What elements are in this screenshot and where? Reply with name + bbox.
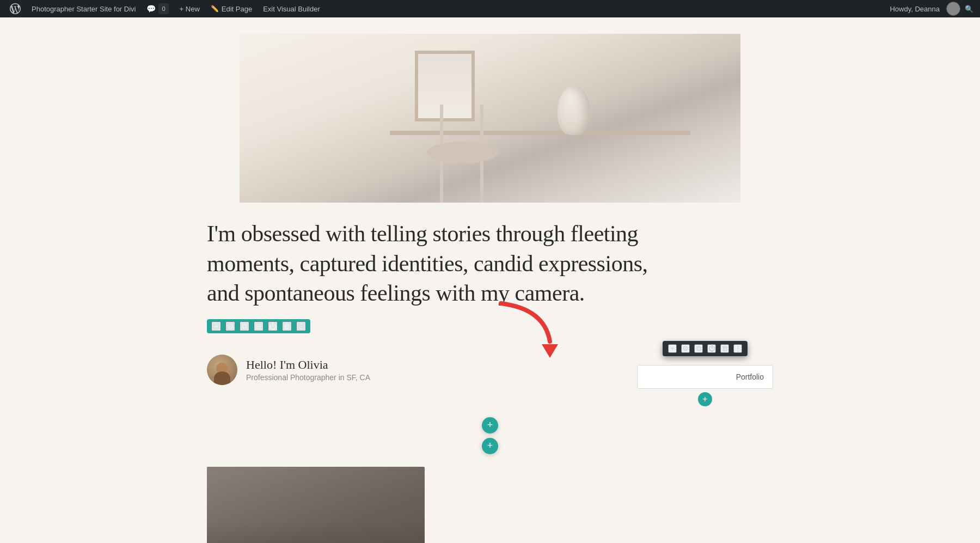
author-title: Professional Photographer in SF, CA bbox=[246, 373, 370, 382]
author-avatar bbox=[207, 355, 237, 385]
red-arrow-indicator bbox=[490, 298, 561, 371]
power-icon: ⏻ bbox=[269, 322, 277, 331]
trash-icon: 🗑 bbox=[283, 322, 291, 331]
edit-page-label: Edit Page bbox=[222, 5, 252, 13]
user-avatar bbox=[946, 2, 960, 16]
ftoolbar-power-icon: ⏻ bbox=[708, 344, 715, 352]
bottom-section: ••• bbox=[163, 467, 817, 543]
howdy-text: Howdy, Deanna bbox=[885, 5, 944, 13]
svg-marker-0 bbox=[542, 344, 558, 358]
toolbar-more-button[interactable]: ⋮ bbox=[296, 321, 306, 331]
portfolio-card: Portfolio bbox=[637, 365, 773, 389]
page-content: I'm obsessed with telling stories throug… bbox=[0, 17, 980, 543]
dark-toolbar-wrapper: + ⚙ ⧉ ⏻ 🗑 bbox=[637, 350, 773, 406]
add-section-area-2: + bbox=[207, 438, 773, 454]
divi-floating-toolbar[interactable]: + ⚙ ⧉ ⏻ 🗑 bbox=[663, 341, 748, 356]
wp-logo-icon bbox=[10, 3, 21, 14]
author-name: Hello! I'm Olivia bbox=[246, 358, 370, 372]
hero-section bbox=[0, 17, 980, 203]
pencil-icon: ✏️ bbox=[211, 5, 219, 13]
more-icon: ⋮ bbox=[297, 322, 305, 331]
exit-vb-label: Exit Visual Builder bbox=[263, 5, 320, 13]
new-label: + New bbox=[180, 5, 200, 13]
search-icon[interactable]: 🔍 bbox=[963, 3, 976, 15]
photo-background bbox=[240, 34, 740, 203]
settings-icon: ⚙ bbox=[227, 322, 234, 331]
author-row: Hello! I'm Olivia Professional Photograp… bbox=[207, 350, 773, 406]
module-add-button[interactable]: + bbox=[698, 392, 712, 406]
add-section-button-1[interactable]: + bbox=[482, 417, 498, 434]
copy-icon: ⧉ bbox=[242, 321, 247, 331]
author-info: Hello! I'm Olivia Professional Photograp… bbox=[246, 358, 370, 382]
module-add-icon: + bbox=[702, 394, 707, 404]
exit-vb-link[interactable]: Exit Visual Builder bbox=[258, 0, 326, 17]
toolbar-settings-button[interactable]: ⚙ bbox=[225, 321, 235, 331]
portfolio-row: Portfolio bbox=[637, 365, 773, 389]
comments-link[interactable]: 💬 0 bbox=[141, 0, 174, 17]
comment-icon: 💬 bbox=[146, 4, 156, 13]
site-name-text: Photographer Starter Site for Divi bbox=[32, 5, 136, 13]
photo-vase-decor bbox=[558, 86, 590, 135]
add-icon-1: + bbox=[487, 419, 493, 431]
tagline-text: I'm obsessed with telling stories throug… bbox=[207, 219, 675, 308]
hero-image bbox=[240, 34, 740, 203]
toolbar-delete-button[interactable]: 🗑 bbox=[282, 321, 292, 331]
add-icon-2: + bbox=[487, 440, 493, 452]
photo-shelf-decor bbox=[390, 131, 690, 135]
ftoolbar-power-button[interactable]: ⏻ bbox=[707, 344, 716, 353]
toolbar-grid-button[interactable]: ⊞ bbox=[254, 321, 264, 331]
ftoolbar-settings-button[interactable]: ⚙ bbox=[681, 344, 690, 353]
admin-bar: Photographer Starter Site for Divi 💬 0 +… bbox=[0, 0, 980, 17]
photo-chair-decor bbox=[440, 105, 483, 203]
portfolio-label: Portfolio bbox=[736, 373, 764, 381]
ftoolbar-copy-icon: ⧉ bbox=[696, 344, 701, 353]
red-arrow-svg bbox=[490, 298, 561, 369]
bottom-image-overlay bbox=[207, 467, 425, 543]
ftoolbar-copy-button[interactable]: ⧉ bbox=[694, 344, 703, 353]
bottom-image-card bbox=[207, 467, 425, 543]
toolbar-add-button[interactable]: + bbox=[211, 321, 221, 331]
right-module-area: + ⚙ ⧉ ⏻ 🗑 bbox=[370, 350, 773, 406]
author-section: Hello! I'm Olivia Professional Photograp… bbox=[207, 355, 370, 385]
toolbar-copy-button[interactable]: ⧉ bbox=[240, 321, 249, 331]
site-name-link[interactable]: Photographer Starter Site for Divi bbox=[26, 0, 141, 17]
ftoolbar-more-button[interactable]: ⋮ bbox=[733, 344, 742, 353]
wp-logo-link[interactable] bbox=[4, 0, 26, 17]
add-section-button-2[interactable]: + bbox=[482, 438, 498, 454]
add-icon: + bbox=[214, 322, 218, 331]
new-link[interactable]: + New bbox=[174, 0, 205, 17]
divi-module-toolbar[interactable]: + ⚙ ⧉ ⊞ ⏻ 🗑 ⋮ bbox=[207, 319, 310, 333]
ftoolbar-add-icon: + bbox=[670, 344, 675, 352]
grid-icon: ⊞ bbox=[255, 322, 262, 331]
ftoolbar-more-icon: ⋮ bbox=[734, 344, 742, 352]
content-section: I'm obsessed with telling stories throug… bbox=[163, 219, 817, 459]
comment-count: 0 bbox=[162, 5, 165, 12]
ftoolbar-settings-icon: ⚙ bbox=[682, 344, 689, 352]
edit-page-link[interactable]: ✏️ Edit Page bbox=[205, 0, 258, 17]
comment-count-bubble: 0 bbox=[158, 3, 168, 14]
ftoolbar-trash-icon: 🗑 bbox=[721, 344, 728, 352]
add-section-area-1: + bbox=[207, 417, 773, 434]
ftoolbar-add-button[interactable]: + bbox=[668, 344, 677, 353]
ftoolbar-delete-button[interactable]: 🗑 bbox=[720, 344, 729, 353]
toolbar-power-button[interactable]: ⏻ bbox=[268, 321, 278, 331]
